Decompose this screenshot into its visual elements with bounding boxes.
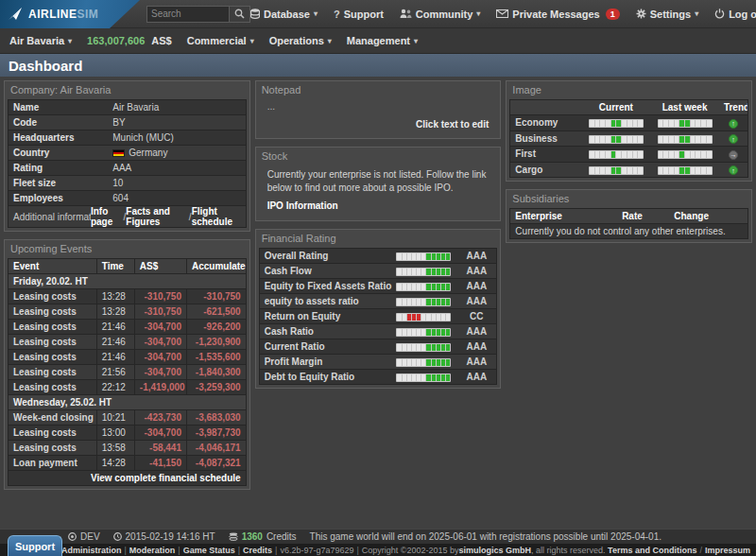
- company-panel: Company: Air Bavaria NameAir BavariaCode…: [4, 80, 250, 232]
- image-lastweek-bar: [658, 150, 713, 159]
- company-dropdown[interactable]: Air Bavaria▾: [9, 35, 72, 46]
- image-lastweek-bar: [658, 135, 713, 144]
- footer-links-bar: Administration|Moderation|Game Status|Cr…: [0, 544, 756, 556]
- company-panel-title: Company: Air Bavaria: [5, 81, 249, 97]
- event-row[interactable]: Leasing costs13:28-310,750-621,500: [9, 304, 246, 320]
- event-row[interactable]: Leasing costs21:46-304,700-1,230,900: [9, 335, 246, 350]
- notepad-content[interactable]: ...: [262, 98, 495, 119]
- menu-operations[interactable]: Operations▾: [269, 35, 332, 46]
- event-row[interactable]: Leasing costs13:58-58,441-4,046,171: [9, 441, 246, 456]
- nav-community[interactable]: Community▾: [400, 9, 481, 20]
- bar-segment: [659, 151, 663, 158]
- footer-link[interactable]: Game Status: [183, 546, 235, 555]
- bar-segment: [441, 374, 445, 381]
- nav-database[interactable]: Database▾: [250, 9, 318, 20]
- bar-segment: [659, 136, 663, 143]
- bar-segment: [403, 329, 406, 336]
- company-info-link[interactable]: Info page: [91, 206, 124, 227]
- support-button[interactable]: Support: [8, 535, 62, 556]
- subsidiaries-header-row: Enterprise Rate Change: [510, 209, 747, 224]
- event-row[interactable]: Leasing costs13:00-304,700-3,987,730: [9, 426, 246, 441]
- company-row-label: Name: [9, 100, 108, 114]
- bar-segment: [659, 167, 663, 174]
- question-mark-icon: ?: [334, 9, 340, 20]
- germany-flag-icon: [112, 149, 125, 157]
- image-row: First→: [510, 147, 747, 163]
- event-row[interactable]: Leasing costs21:56-304,700-1,840,300: [9, 365, 246, 380]
- simulogics-link[interactable]: simulogics GmbH: [459, 546, 532, 555]
- search-button[interactable]: [230, 6, 250, 23]
- nav-settings[interactable]: Settings▾: [636, 9, 698, 20]
- events-header-row: EventTimeAS$Accumulated: [9, 259, 246, 274]
- bar-segment: [432, 253, 436, 260]
- bar-segment: [403, 314, 406, 321]
- company-row-label: Rating: [9, 161, 108, 175]
- company-row: RatingAAA: [9, 161, 246, 176]
- credits-indicator[interactable]: 1360 Credits: [229, 531, 297, 542]
- image-current-bar-cell: [582, 131, 651, 146]
- event-row[interactable]: Loan payment14:28-41,150-4,087,321: [9, 456, 246, 471]
- company-row: Employees604: [9, 191, 246, 206]
- bar-segment: [412, 314, 416, 321]
- events-table: EventTimeAS$AccumulatedFriday, 20.02. HT…: [8, 258, 247, 486]
- bar-segment: [685, 151, 690, 158]
- impressum-link[interactable]: Impressum: [705, 546, 750, 555]
- financial-rating-row: Return on EquityCC: [260, 309, 497, 324]
- nav-private-messages[interactable]: Private Messages 1: [496, 9, 619, 20]
- menu-management[interactable]: Management▾: [347, 35, 418, 46]
- bar-segment: [590, 167, 594, 174]
- image-row: Cargo↑: [510, 163, 747, 178]
- bar-segment: [679, 136, 684, 143]
- company-row-label: Employees: [9, 191, 108, 205]
- financial-rating-label: Debt to Equity Ratio: [260, 370, 395, 384]
- view-financial-schedule-link[interactable]: View complete financial schedule: [9, 471, 246, 485]
- image-lastweek-bar-cell: [650, 115, 719, 130]
- notepad-title: Notepad: [256, 81, 501, 97]
- notepad-edit-hint[interactable]: Click text to edit: [262, 119, 495, 132]
- search-input[interactable]: [146, 6, 230, 23]
- bar-segment: [606, 136, 610, 143]
- bar-segment: [446, 329, 450, 336]
- event-name: Leasing costs: [9, 426, 96, 440]
- bar-segment: [663, 136, 668, 143]
- trend-up-icon: ↑: [729, 119, 738, 129]
- rating-bar: [396, 358, 451, 367]
- nav-support[interactable]: ? Support: [334, 9, 384, 20]
- event-row[interactable]: Leasing costs21:46-304,700-1,535,600: [9, 350, 246, 365]
- terms-link[interactable]: Terms and Conditions: [608, 546, 696, 555]
- bar-segment: [432, 314, 436, 321]
- event-row[interactable]: Leasing costs22:12-1,419,000-3,259,300: [9, 380, 246, 395]
- bar-segment: [403, 299, 406, 305]
- ipo-information-link[interactable]: IPO Information: [262, 194, 495, 215]
- financial-rating-grade: AAA: [456, 279, 496, 293]
- bar-segment: [675, 136, 679, 143]
- event-amount: -41,150: [134, 456, 186, 470]
- unread-messages-badge: 1: [606, 9, 620, 20]
- dashboard-content: Company: Air Bavaria NameAir BavariaCode…: [0, 77, 756, 494]
- event-row[interactable]: Leasing costs21:46-304,700-926,200: [9, 320, 246, 335]
- nav-logout[interactable]: Log out martin: [714, 9, 756, 20]
- subsidiaries-table: Enterprise Rate Change Currently you do …: [509, 208, 748, 239]
- bar-segment: [417, 284, 421, 290]
- event-time: 21:46: [96, 335, 134, 349]
- account-balance[interactable]: 163,007,606 AS$: [87, 35, 172, 46]
- event-accumulated: -926,200: [186, 320, 246, 334]
- financial-rating-row: Profit MarginAAA: [260, 355, 497, 370]
- event-row[interactable]: Leasing costs13:28-310,750-310,750: [9, 289, 246, 304]
- bar-segment: [590, 151, 594, 158]
- company-row-value: 604: [108, 191, 245, 205]
- menu-commercial[interactable]: Commercial▾: [187, 35, 254, 46]
- airlinesim-logo[interactable]: AIRLINESIM: [0, 0, 140, 28]
- bar-segment: [426, 344, 430, 351]
- footer-link[interactable]: Moderation: [129, 546, 176, 555]
- event-time: 13:28: [96, 289, 134, 304]
- bar-segment: [627, 151, 632, 158]
- company-info-link[interactable]: Facts and Figures: [126, 206, 189, 227]
- event-row[interactable]: Week-end closing10:21-423,730-3,683,030: [9, 410, 246, 426]
- event-amount: -423,730: [134, 410, 186, 425]
- upcoming-events-panel: Upcoming Events EventTimeAS$AccumulatedF…: [4, 239, 250, 490]
- footer-link[interactable]: Administration: [61, 546, 122, 555]
- bar-segment: [685, 120, 690, 127]
- company-info-link[interactable]: Flight schedule: [192, 206, 246, 227]
- footer-link[interactable]: Credits: [243, 546, 272, 555]
